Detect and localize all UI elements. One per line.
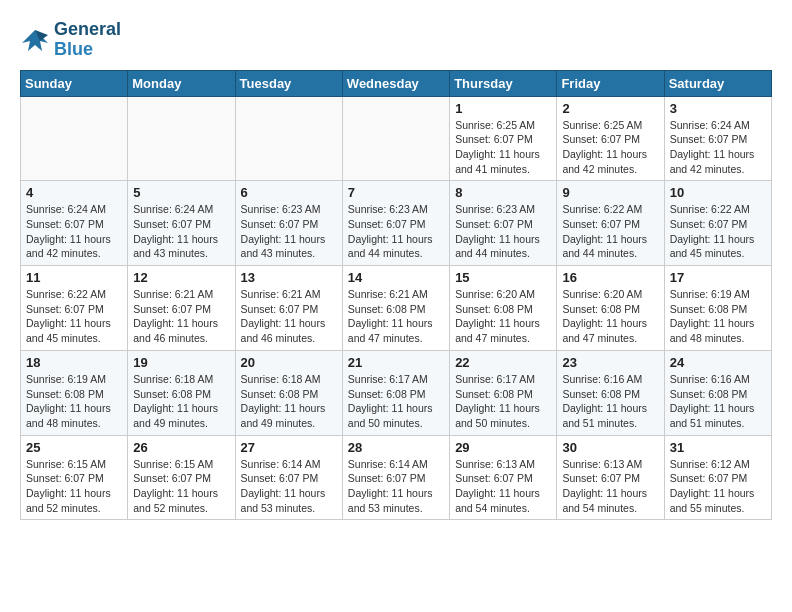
day-number: 14 bbox=[348, 270, 444, 285]
day-info: Sunrise: 6:23 AM Sunset: 6:07 PM Dayligh… bbox=[455, 202, 551, 261]
calendar-week-5: 25Sunrise: 6:15 AM Sunset: 6:07 PM Dayli… bbox=[21, 435, 772, 520]
day-info: Sunrise: 6:24 AM Sunset: 6:07 PM Dayligh… bbox=[133, 202, 229, 261]
day-number: 23 bbox=[562, 355, 658, 370]
day-info: Sunrise: 6:24 AM Sunset: 6:07 PM Dayligh… bbox=[670, 118, 766, 177]
day-number: 20 bbox=[241, 355, 337, 370]
day-info: Sunrise: 6:14 AM Sunset: 6:07 PM Dayligh… bbox=[348, 457, 444, 516]
day-info: Sunrise: 6:20 AM Sunset: 6:08 PM Dayligh… bbox=[455, 287, 551, 346]
day-info: Sunrise: 6:12 AM Sunset: 6:07 PM Dayligh… bbox=[670, 457, 766, 516]
day-number: 15 bbox=[455, 270, 551, 285]
day-number: 21 bbox=[348, 355, 444, 370]
calendar-cell: 21Sunrise: 6:17 AM Sunset: 6:08 PM Dayli… bbox=[342, 350, 449, 435]
calendar-cell: 15Sunrise: 6:20 AM Sunset: 6:08 PM Dayli… bbox=[450, 266, 557, 351]
calendar-cell: 10Sunrise: 6:22 AM Sunset: 6:07 PM Dayli… bbox=[664, 181, 771, 266]
day-info: Sunrise: 6:20 AM Sunset: 6:08 PM Dayligh… bbox=[562, 287, 658, 346]
day-number: 3 bbox=[670, 101, 766, 116]
day-info: Sunrise: 6:19 AM Sunset: 6:08 PM Dayligh… bbox=[26, 372, 122, 431]
day-info: Sunrise: 6:17 AM Sunset: 6:08 PM Dayligh… bbox=[348, 372, 444, 431]
day-info: Sunrise: 6:22 AM Sunset: 6:07 PM Dayligh… bbox=[562, 202, 658, 261]
day-info: Sunrise: 6:23 AM Sunset: 6:07 PM Dayligh… bbox=[348, 202, 444, 261]
calendar-cell bbox=[128, 96, 235, 181]
calendar-table: SundayMondayTuesdayWednesdayThursdayFrid… bbox=[20, 70, 772, 521]
calendar-week-4: 18Sunrise: 6:19 AM Sunset: 6:08 PM Dayli… bbox=[21, 350, 772, 435]
day-number: 24 bbox=[670, 355, 766, 370]
day-info: Sunrise: 6:21 AM Sunset: 6:07 PM Dayligh… bbox=[241, 287, 337, 346]
svg-marker-0 bbox=[22, 30, 48, 51]
day-header-sunday: Sunday bbox=[21, 70, 128, 96]
calendar-cell: 9Sunrise: 6:22 AM Sunset: 6:07 PM Daylig… bbox=[557, 181, 664, 266]
day-info: Sunrise: 6:15 AM Sunset: 6:07 PM Dayligh… bbox=[133, 457, 229, 516]
day-info: Sunrise: 6:18 AM Sunset: 6:08 PM Dayligh… bbox=[133, 372, 229, 431]
day-number: 13 bbox=[241, 270, 337, 285]
calendar-header-row: SundayMondayTuesdayWednesdayThursdayFrid… bbox=[21, 70, 772, 96]
calendar-cell: 22Sunrise: 6:17 AM Sunset: 6:08 PM Dayli… bbox=[450, 350, 557, 435]
day-number: 18 bbox=[26, 355, 122, 370]
day-number: 19 bbox=[133, 355, 229, 370]
day-info: Sunrise: 6:18 AM Sunset: 6:08 PM Dayligh… bbox=[241, 372, 337, 431]
day-number: 6 bbox=[241, 185, 337, 200]
calendar-cell: 6Sunrise: 6:23 AM Sunset: 6:07 PM Daylig… bbox=[235, 181, 342, 266]
day-number: 22 bbox=[455, 355, 551, 370]
calendar-cell: 25Sunrise: 6:15 AM Sunset: 6:07 PM Dayli… bbox=[21, 435, 128, 520]
day-number: 31 bbox=[670, 440, 766, 455]
day-header-monday: Monday bbox=[128, 70, 235, 96]
calendar-cell: 11Sunrise: 6:22 AM Sunset: 6:07 PM Dayli… bbox=[21, 266, 128, 351]
logo-icon bbox=[20, 25, 50, 55]
day-info: Sunrise: 6:19 AM Sunset: 6:08 PM Dayligh… bbox=[670, 287, 766, 346]
day-number: 8 bbox=[455, 185, 551, 200]
day-number: 27 bbox=[241, 440, 337, 455]
calendar-cell: 28Sunrise: 6:14 AM Sunset: 6:07 PM Dayli… bbox=[342, 435, 449, 520]
logo: General Blue bbox=[20, 20, 121, 60]
calendar-cell: 8Sunrise: 6:23 AM Sunset: 6:07 PM Daylig… bbox=[450, 181, 557, 266]
calendar-cell: 13Sunrise: 6:21 AM Sunset: 6:07 PM Dayli… bbox=[235, 266, 342, 351]
calendar-cell: 18Sunrise: 6:19 AM Sunset: 6:08 PM Dayli… bbox=[21, 350, 128, 435]
calendar-cell: 20Sunrise: 6:18 AM Sunset: 6:08 PM Dayli… bbox=[235, 350, 342, 435]
calendar-cell bbox=[235, 96, 342, 181]
day-info: Sunrise: 6:21 AM Sunset: 6:07 PM Dayligh… bbox=[133, 287, 229, 346]
day-number: 2 bbox=[562, 101, 658, 116]
calendar-cell: 14Sunrise: 6:21 AM Sunset: 6:08 PM Dayli… bbox=[342, 266, 449, 351]
day-info: Sunrise: 6:16 AM Sunset: 6:08 PM Dayligh… bbox=[670, 372, 766, 431]
day-header-saturday: Saturday bbox=[664, 70, 771, 96]
day-number: 16 bbox=[562, 270, 658, 285]
day-number: 29 bbox=[455, 440, 551, 455]
day-header-thursday: Thursday bbox=[450, 70, 557, 96]
calendar-cell: 24Sunrise: 6:16 AM Sunset: 6:08 PM Dayli… bbox=[664, 350, 771, 435]
day-info: Sunrise: 6:22 AM Sunset: 6:07 PM Dayligh… bbox=[26, 287, 122, 346]
logo-text: General Blue bbox=[54, 20, 121, 60]
day-info: Sunrise: 6:14 AM Sunset: 6:07 PM Dayligh… bbox=[241, 457, 337, 516]
calendar-cell: 19Sunrise: 6:18 AM Sunset: 6:08 PM Dayli… bbox=[128, 350, 235, 435]
calendar-week-3: 11Sunrise: 6:22 AM Sunset: 6:07 PM Dayli… bbox=[21, 266, 772, 351]
calendar-week-2: 4Sunrise: 6:24 AM Sunset: 6:07 PM Daylig… bbox=[21, 181, 772, 266]
day-number: 10 bbox=[670, 185, 766, 200]
day-header-wednesday: Wednesday bbox=[342, 70, 449, 96]
day-info: Sunrise: 6:22 AM Sunset: 6:07 PM Dayligh… bbox=[670, 202, 766, 261]
calendar-cell: 16Sunrise: 6:20 AM Sunset: 6:08 PM Dayli… bbox=[557, 266, 664, 351]
day-info: Sunrise: 6:13 AM Sunset: 6:07 PM Dayligh… bbox=[562, 457, 658, 516]
calendar-cell bbox=[342, 96, 449, 181]
day-number: 28 bbox=[348, 440, 444, 455]
page-header: General Blue bbox=[20, 20, 772, 60]
day-number: 17 bbox=[670, 270, 766, 285]
calendar-cell bbox=[21, 96, 128, 181]
day-info: Sunrise: 6:24 AM Sunset: 6:07 PM Dayligh… bbox=[26, 202, 122, 261]
calendar-cell: 30Sunrise: 6:13 AM Sunset: 6:07 PM Dayli… bbox=[557, 435, 664, 520]
calendar-cell: 27Sunrise: 6:14 AM Sunset: 6:07 PM Dayli… bbox=[235, 435, 342, 520]
day-header-friday: Friday bbox=[557, 70, 664, 96]
day-info: Sunrise: 6:13 AM Sunset: 6:07 PM Dayligh… bbox=[455, 457, 551, 516]
day-header-tuesday: Tuesday bbox=[235, 70, 342, 96]
day-info: Sunrise: 6:15 AM Sunset: 6:07 PM Dayligh… bbox=[26, 457, 122, 516]
calendar-cell: 17Sunrise: 6:19 AM Sunset: 6:08 PM Dayli… bbox=[664, 266, 771, 351]
calendar-cell: 26Sunrise: 6:15 AM Sunset: 6:07 PM Dayli… bbox=[128, 435, 235, 520]
day-number: 26 bbox=[133, 440, 229, 455]
day-info: Sunrise: 6:25 AM Sunset: 6:07 PM Dayligh… bbox=[455, 118, 551, 177]
calendar-cell: 3Sunrise: 6:24 AM Sunset: 6:07 PM Daylig… bbox=[664, 96, 771, 181]
day-info: Sunrise: 6:17 AM Sunset: 6:08 PM Dayligh… bbox=[455, 372, 551, 431]
day-info: Sunrise: 6:23 AM Sunset: 6:07 PM Dayligh… bbox=[241, 202, 337, 261]
calendar-cell: 7Sunrise: 6:23 AM Sunset: 6:07 PM Daylig… bbox=[342, 181, 449, 266]
day-info: Sunrise: 6:21 AM Sunset: 6:08 PM Dayligh… bbox=[348, 287, 444, 346]
day-info: Sunrise: 6:25 AM Sunset: 6:07 PM Dayligh… bbox=[562, 118, 658, 177]
day-number: 30 bbox=[562, 440, 658, 455]
calendar-cell: 5Sunrise: 6:24 AM Sunset: 6:07 PM Daylig… bbox=[128, 181, 235, 266]
calendar-cell: 4Sunrise: 6:24 AM Sunset: 6:07 PM Daylig… bbox=[21, 181, 128, 266]
